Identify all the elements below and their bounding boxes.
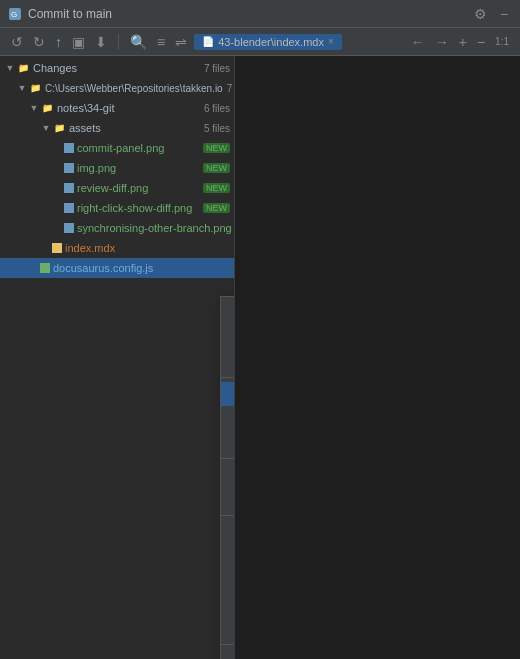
file-icon-png bbox=[64, 183, 74, 193]
app-icon: G bbox=[8, 7, 22, 21]
window-title: Commit to main bbox=[28, 7, 472, 21]
right-panel bbox=[235, 56, 520, 659]
new-badge: NEW bbox=[203, 203, 230, 213]
tab-file-icon: 📄 bbox=[202, 36, 214, 47]
file-icon-png bbox=[64, 203, 74, 213]
nav-fwd-icon[interactable]: → bbox=[432, 32, 452, 52]
folder-icon: 📁 bbox=[40, 101, 54, 115]
nav-back-icon[interactable]: ← bbox=[408, 32, 428, 52]
left-panel: ▼ 📁 Changes 7 files ▼ 📁 C:\Users\Webber\… bbox=[0, 56, 235, 659]
separator-2 bbox=[221, 458, 235, 459]
ctx-shelve[interactable]: 📥 Shelve Changes... bbox=[221, 616, 235, 640]
folder-icon: 📁 bbox=[16, 61, 30, 75]
tree-docusaurus[interactable]: docusaurus.config.js bbox=[0, 258, 234, 278]
ctx-add-vcs[interactable]: Add to VCS Ctrl+Alt+A bbox=[221, 487, 235, 511]
separator-4 bbox=[221, 644, 235, 645]
chevron-icon: ▼ bbox=[4, 63, 16, 73]
ctx-show-diff-window[interactable]: ↗ Show Diff in a New Window bbox=[221, 406, 235, 430]
file-icon-png bbox=[64, 223, 74, 233]
tab-label: 43-blender\index.mdx bbox=[218, 36, 324, 48]
ctx-jump-source[interactable]: → Jump to Source F4 bbox=[221, 430, 235, 454]
title-controls: ⚙ − bbox=[472, 6, 512, 22]
commit-icon[interactable]: ▣ bbox=[69, 32, 88, 52]
move-up-icon[interactable]: ↑ bbox=[52, 32, 65, 52]
ctx-show-diff[interactable]: ↗ Show Diff Ctrl+D bbox=[221, 382, 235, 406]
tree-right-click[interactable]: right-click-show-diff.png NEW bbox=[0, 198, 234, 218]
folder-icon: 📁 bbox=[52, 121, 66, 135]
new-badge: NEW bbox=[203, 183, 230, 193]
chevron-icon: ▼ bbox=[28, 103, 40, 113]
file-icon-png bbox=[64, 163, 74, 173]
tab-close-icon[interactable]: × bbox=[328, 36, 334, 47]
tree-assets[interactable]: ▼ 📁 assets 5 files bbox=[0, 118, 234, 138]
title-bar: G Commit to main ⚙ − bbox=[0, 0, 520, 28]
main-area: ▼ 📁 Changes 7 files ▼ 📁 C:\Users\Webber\… bbox=[0, 56, 520, 659]
minimize-icon[interactable]: − bbox=[496, 6, 512, 22]
tab-bar: ↺ ↻ ↑ ▣ ⬇ 🔍 ≡ ⇌ 📄 43-blender\index.mdx ×… bbox=[0, 28, 520, 56]
tree-repo[interactable]: ▼ 📁 C:\Users\Webber\Repositories\takken.… bbox=[0, 78, 234, 98]
new-badge: NEW bbox=[203, 163, 230, 173]
ctx-edit-changelist[interactable]: ✏ Edit Changelist... F2 bbox=[221, 544, 235, 568]
search-icon[interactable]: 🔍 bbox=[127, 32, 150, 52]
zoom-out-icon[interactable]: − bbox=[474, 32, 488, 52]
tree-notes34git[interactable]: ▼ 📁 notes\34-git 6 files bbox=[0, 98, 234, 118]
svg-text:G: G bbox=[11, 10, 17, 19]
file-icon-png bbox=[64, 143, 74, 153]
tree-commit-panel[interactable]: commit-panel.png NEW bbox=[0, 138, 234, 158]
chevron-icon: ▼ bbox=[40, 123, 52, 133]
undo-icon[interactable]: ↺ bbox=[8, 32, 26, 52]
list-icon[interactable]: ≡ bbox=[154, 32, 168, 52]
settings-icon[interactable]: ⚙ bbox=[472, 6, 488, 22]
file-tab[interactable]: 📄 43-blender\index.mdx × bbox=[194, 34, 342, 50]
tree-root[interactable]: ▼ 📁 Changes 7 files bbox=[0, 58, 234, 78]
ctx-commit-file[interactable]: Commit File... bbox=[221, 301, 235, 325]
chevron-icon: ▼ bbox=[16, 83, 28, 93]
folder-icon: 📁 bbox=[28, 81, 42, 95]
ctx-delete[interactable]: Delete... Delete bbox=[221, 463, 235, 487]
file-icon-mdx bbox=[52, 243, 62, 253]
separator-1 bbox=[221, 377, 235, 378]
ctx-move-changelist[interactable]: Move to Another Changelist... Alt+Shift+… bbox=[221, 349, 235, 373]
new-badge: NEW bbox=[203, 143, 230, 153]
swap-icon[interactable]: ⇌ bbox=[172, 32, 190, 52]
tree-sync[interactable]: synchronising-other-branch.png NEW bbox=[0, 218, 234, 238]
ctx-copy-patch[interactable]: Copy as Patch to Clipboard bbox=[221, 592, 235, 616]
changes-tree: ▼ 📁 Changes 7 files ▼ 📁 C:\Users\Webber\… bbox=[0, 56, 234, 659]
tree-img[interactable]: img.png NEW bbox=[0, 158, 234, 178]
ctx-new-changelist[interactable]: + New Changelist... bbox=[221, 520, 235, 544]
push-icon[interactable]: ⬇ bbox=[92, 32, 110, 52]
ctx-refresh[interactable]: ↺ Refresh bbox=[221, 649, 235, 659]
separator-3 bbox=[221, 515, 235, 516]
toolbar-right: ← → + − 1:1 bbox=[404, 32, 516, 52]
redo-icon[interactable]: ↻ bbox=[30, 32, 48, 52]
zoom-in-icon[interactable]: + bbox=[456, 32, 470, 52]
tree-indexmdx[interactable]: index.mdx bbox=[0, 238, 234, 258]
tree-review-diff[interactable]: review-diff.png NEW bbox=[0, 178, 234, 198]
toolbar-left: ↺ ↻ ↑ ▣ ⬇ 🔍 ≡ ⇌ bbox=[4, 32, 194, 52]
ctx-create-patch[interactable]: 📋 Create Patch from Local Changes... bbox=[221, 568, 235, 592]
zoom-reset: 1:1 bbox=[492, 34, 512, 49]
file-icon-js bbox=[40, 263, 50, 273]
context-menu: Commit File... ↩ Rollback... Ctrl+Alt+Z … bbox=[220, 296, 235, 659]
ctx-rollback[interactable]: ↩ Rollback... Ctrl+Alt+Z bbox=[221, 325, 235, 349]
